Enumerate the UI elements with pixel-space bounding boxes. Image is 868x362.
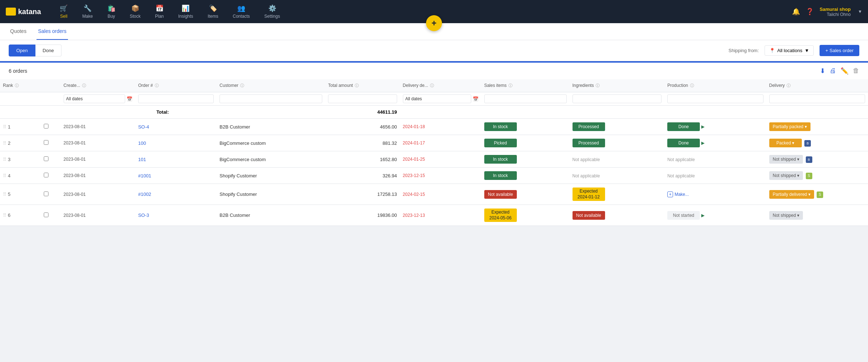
amount-value: 17258.13 <box>325 184 400 205</box>
add-sales-order-button[interactable]: + Sales order <box>820 45 859 56</box>
arrow-right-icon: ▶ <box>701 140 705 146</box>
drag-handle[interactable]: ⠿ <box>3 140 7 146</box>
tab-quotes[interactable]: Quotes <box>9 23 28 40</box>
delivery-calendar-icon[interactable]: 📅 <box>473 96 478 102</box>
download-icon[interactable]: ⬇ <box>820 67 825 75</box>
order-link[interactable]: 100 <box>138 140 146 146</box>
nav-make[interactable]: 🔧 Make <box>75 1 100 22</box>
col-header-amount: Total amount ⓘ <box>325 79 400 92</box>
nav-plan[interactable]: 📅 Plan <box>148 1 171 22</box>
filter-created-date[interactable] <box>64 94 125 103</box>
rank-value: 3 <box>8 157 10 162</box>
amount-info-icon: ⓘ <box>355 83 359 88</box>
customer-name: BigCommerce custom <box>217 135 325 151</box>
filter-delivery[interactable] <box>769 94 865 103</box>
nav-buy[interactable]: 🛍️ Buy <box>100 1 123 22</box>
top-navigation: katana 🛒 Sell 🔧 Make 🛍️ Buy 📦 Stock 📅 Pl… <box>0 0 868 23</box>
nav-items-label: Items <box>208 14 218 19</box>
amount-value: 4656.00 <box>325 119 400 135</box>
notifications-icon[interactable]: 🔔 <box>792 8 800 16</box>
order-info-icon: ⓘ <box>155 83 159 88</box>
print-icon[interactable]: 🖨 <box>830 67 836 75</box>
row-checkbox[interactable] <box>44 140 48 145</box>
drag-handle[interactable]: ⠿ <box>3 212 7 218</box>
nav-settings-label: Settings <box>264 14 280 19</box>
nav-settings[interactable]: ⚙️ Settings <box>257 1 287 22</box>
created-date: 2023-08-01 <box>61 205 135 226</box>
filter-open[interactable]: Open <box>9 45 35 56</box>
delivery-date-value: 2024-01-25 <box>400 151 481 168</box>
delivery-date-value: 2023-12-15 <box>400 168 481 184</box>
plan-icon: 📅 <box>156 4 163 12</box>
filter-ingredients[interactable] <box>573 94 662 103</box>
filter-sales-items[interactable] <box>484 94 567 103</box>
tab-sales-orders[interactable]: Sales orders <box>37 23 68 40</box>
order-link[interactable]: #1002 <box>138 191 151 197</box>
nav-insights-label: Insights <box>178 14 193 19</box>
nav-items: 🛒 Sell 🔧 Make 🛍️ Buy 📦 Stock 📅 Plan 📊 In… <box>52 1 792 22</box>
filter-customer[interactable] <box>220 94 322 103</box>
filter-done[interactable]: Done <box>35 45 61 56</box>
sales-items-status: In stock <box>481 151 570 168</box>
user-menu-chevron[interactable]: ▼ <box>858 9 862 14</box>
delivery-status: Not shipped ▾ <box>766 205 868 226</box>
production-status: Not applicable <box>664 168 766 184</box>
drag-handle[interactable]: ⠿ <box>3 124 7 130</box>
total-value: 44611.19 <box>377 109 397 115</box>
nav-contacts[interactable]: 👥 Contacts <box>225 1 257 22</box>
table-row: ⠿ 2 2023-08-01 100 BigCommerce custom 88… <box>0 135 868 151</box>
filter-order-num[interactable] <box>138 94 214 103</box>
sales-items-status: In stock <box>481 168 570 184</box>
row-checkbox[interactable] <box>44 212 48 217</box>
drag-handle[interactable]: ⠿ <box>3 157 7 162</box>
calendar-icon[interactable]: 📅 <box>127 96 132 102</box>
drag-handle[interactable]: ⠿ <box>3 173 7 178</box>
production-label: Production <box>667 83 688 88</box>
delivery-label: Delivery <box>769 83 785 88</box>
edit-icon[interactable]: ✏️ <box>841 67 848 75</box>
logo[interactable]: katana <box>6 8 41 16</box>
rank-value: 1 <box>8 124 10 130</box>
sales-items-status: Not available <box>481 184 570 205</box>
drag-handle[interactable]: ⠿ <box>3 191 7 197</box>
location-select[interactable]: 📍 All locations ▼ <box>765 45 814 56</box>
row-checkbox[interactable] <box>44 173 48 177</box>
shopify-icon: S <box>817 191 823 198</box>
order-link[interactable]: #1001 <box>138 173 151 178</box>
add-button[interactable]: + <box>426 15 442 31</box>
nav-stock[interactable]: 📦 Stock <box>123 1 148 22</box>
row-checkbox[interactable] <box>44 156 48 161</box>
nav-insights[interactable]: 📊 Insights <box>171 1 200 22</box>
delivery-date-value: 2023-12-13 <box>400 205 481 226</box>
nav-items[interactable]: 🏷️ Items <box>200 1 225 22</box>
items-icon: 🏷️ <box>209 4 217 12</box>
delete-icon[interactable]: 🗑 <box>853 67 859 75</box>
bigcommerce-icon: B <box>806 156 812 163</box>
delivery-status: Partially delivered ▾ S <box>766 184 868 205</box>
logo-icon <box>6 8 16 16</box>
table-header-row: 6 orders ⬇ 🖨 ✏️ 🗑 <box>0 63 868 79</box>
filter-delivery-date[interactable] <box>403 94 471 103</box>
make-button[interactable]: + Make... <box>667 191 763 197</box>
delivery-date-value: 2024-01-17 <box>400 135 481 151</box>
ingredients-status: Processed <box>570 135 665 151</box>
production-status: Not applicable <box>664 151 766 168</box>
ingredients-status: Not available <box>570 205 665 226</box>
nav-sell[interactable]: 🛒 Sell <box>52 1 75 22</box>
ingredients-status: Expected2024-01-12 <box>570 184 665 205</box>
row-checkbox[interactable] <box>44 191 48 196</box>
help-icon[interactable]: ❓ <box>806 8 814 16</box>
filter-production[interactable] <box>667 94 763 103</box>
delivery-date-label: Delivery de... <box>403 83 428 88</box>
ingredients-status: Not applicable <box>570 151 665 168</box>
order-link[interactable]: SO-3 <box>138 212 149 218</box>
filter-amount[interactable] <box>328 94 397 103</box>
order-link[interactable]: SO-4 <box>138 124 149 130</box>
amount-value: 19836.00 <box>325 205 400 226</box>
user-info[interactable]: Samurai shop Taiichi Ohno <box>820 7 851 17</box>
contacts-icon: 👥 <box>237 4 245 12</box>
col-header-created: Create... ⓘ <box>61 79 135 92</box>
order-link[interactable]: 101 <box>138 157 146 162</box>
sales-items-label: Sales items <box>484 83 507 88</box>
row-checkbox[interactable] <box>44 124 48 129</box>
